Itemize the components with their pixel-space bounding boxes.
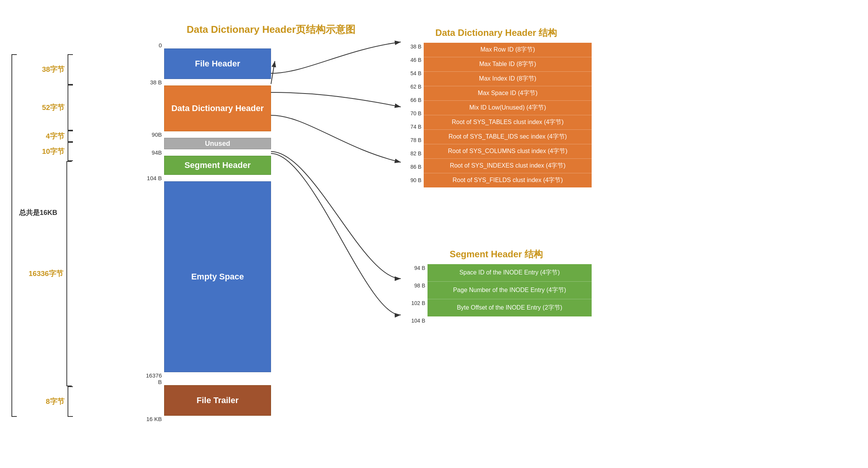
- brace-10: 10字节: [42, 142, 73, 161]
- segment-detail-title: Segment Header 结构: [401, 248, 592, 260]
- brace-8-text: 8字节: [46, 397, 65, 407]
- seg-segment-header: Segment Header: [164, 156, 271, 175]
- seg-detail-row-1: Page Number of the INODE Entry (4字节): [428, 282, 592, 299]
- data-dict-header-detail: Data Dictionary Header 结构 38 B 46 B 54 B…: [401, 27, 592, 187]
- diagram-container: 0 File Header 38 B Data Dictionary Heade…: [145, 42, 271, 422]
- detail-row-2: Max Index ID (8字节): [424, 72, 592, 86]
- brace-4-text: 4字节: [46, 131, 65, 141]
- detail-row-9: Root of SYS_FIELDS clust index (4字节): [424, 173, 592, 187]
- data-dict-detail-title: Data Dictionary Header 结构: [401, 27, 592, 39]
- seg-detail-row-2: Byte Offset of the INODE Entry (2字节): [428, 299, 592, 316]
- brace-4: 4字节: [46, 131, 73, 142]
- detail-row-4: Mix ID Low(Unused) (4字节): [424, 101, 592, 115]
- detail-row-3: Max Space ID (4字节): [424, 86, 592, 101]
- detail-row-5: Root of SYS_TABLES clust index (4字节): [424, 115, 592, 130]
- outer-brace: [11, 54, 17, 417]
- main-title: Data Dictionary Header页结构示意图: [176, 23, 366, 36]
- brace-52: 52字节: [42, 85, 73, 131]
- seg-empty-space: Empty Space: [164, 181, 271, 372]
- brace-38: 38字节: [42, 54, 73, 85]
- svg-line-1: [271, 61, 275, 84]
- brace-16336: 16336字节: [29, 161, 72, 386]
- seg-file-header: File Header: [164, 48, 271, 79]
- seg-detail-row-0: Space ID of the INODE Entry (4字节): [428, 264, 592, 282]
- detail-row-8: Root of SYS_INDEXES clust index (4字节): [424, 159, 592, 173]
- brace-16336-text: 16336字节: [29, 269, 63, 279]
- detail-row-7: Root of SYS_COLUMNS clust index (4字节): [424, 144, 592, 159]
- seg-unused: Unused: [164, 138, 271, 149]
- detail-row-6: Root of SYS_TABLE_IDS sec index (4字节): [424, 130, 592, 144]
- brace-52-text: 52字节: [42, 103, 65, 113]
- seg-file-trailer: File Trailer: [164, 385, 271, 416]
- brace-8: 8字节: [46, 386, 73, 417]
- brace-10-text: 10字节: [42, 147, 65, 157]
- detail-row-0: Max Row ID (8字节): [424, 43, 592, 57]
- seg-data-dict: Data Dictionary Header: [164, 86, 271, 131]
- brace-38-text: 38字节: [42, 65, 65, 74]
- detail-row-1: Max Table ID (8字节): [424, 57, 592, 72]
- segment-header-detail: Segment Header 结构 94 B 98 B 102 B 104 B …: [401, 248, 592, 316]
